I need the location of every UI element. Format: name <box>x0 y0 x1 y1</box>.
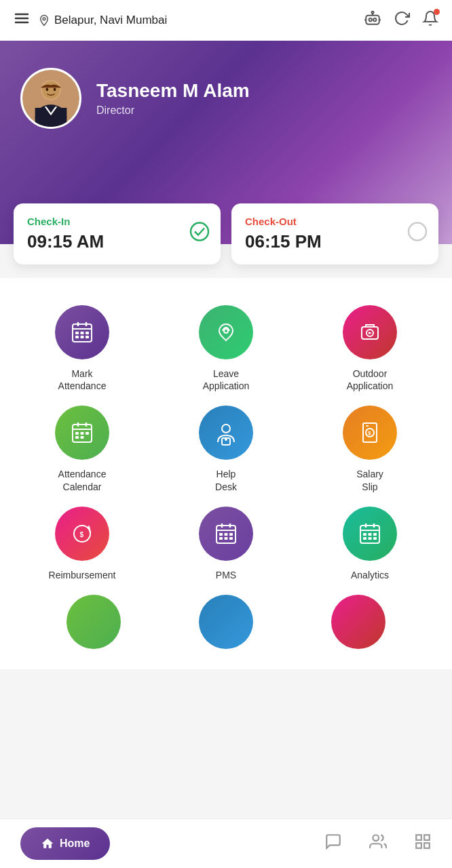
svg-point-14 <box>46 88 49 92</box>
attendance-cards: Check-In 09:15 AM Check-Out 06:15 PM <box>0 203 452 264</box>
svg-point-15 <box>54 88 56 92</box>
home-label: Home <box>60 837 90 850</box>
svg-rect-26 <box>81 336 84 338</box>
partial-circle-1 <box>67 595 121 649</box>
location-display: Belapur, Navi Mumbai <box>38 14 356 27</box>
svg-point-3 <box>43 18 45 20</box>
grid-item-leave-application[interactable]: LeaveApplication <box>157 305 295 392</box>
checkout-icon <box>407 222 428 247</box>
checkin-card[interactable]: Check-In 09:15 AM <box>14 203 221 264</box>
menu-icon[interactable] <box>14 10 30 31</box>
svg-rect-37 <box>81 432 84 435</box>
avatar <box>20 68 81 129</box>
pms-icon <box>212 520 240 547</box>
user-profile: Tasneem M Alam Director <box>20 68 432 129</box>
grid-item-salary-slip[interactable]: $ SalarySlip <box>301 406 438 492</box>
svg-rect-70 <box>373 537 377 540</box>
checkin-label: Check-In <box>27 216 207 227</box>
home-button[interactable]: Home <box>20 827 110 860</box>
svg-point-17 <box>409 223 426 241</box>
analytics-icon <box>356 520 383 547</box>
grid-item-help-desk[interactable]: ? HelpDesk <box>157 406 295 492</box>
help-desk-icon: ? <box>212 419 240 446</box>
location-pin-icon <box>38 14 50 26</box>
main-grid-section: MarkAttendance LeaveApplication <box>0 278 452 669</box>
chat-nav-icon[interactable] <box>324 833 342 854</box>
attendance-calendar-icon <box>69 419 96 446</box>
svg-rect-56 <box>225 533 228 536</box>
bottom-navigation: Home <box>0 818 452 868</box>
svg-rect-39 <box>75 436 79 439</box>
salary-slip-label: SalarySlip <box>356 468 383 492</box>
user-name: Tasneem M Alam <box>96 80 250 102</box>
partial-circle-3 <box>331 595 385 649</box>
analytics-icon-circle <box>343 507 397 561</box>
svg-rect-65 <box>363 533 366 536</box>
svg-rect-66 <box>369 533 372 536</box>
help-desk-label: HelpDesk <box>215 468 237 492</box>
svg-rect-60 <box>229 537 233 540</box>
svg-text:$: $ <box>368 430 371 436</box>
svg-rect-11 <box>35 108 67 127</box>
header: Belapur, Navi Mumbai <box>0 0 452 41</box>
leave-icon <box>212 319 240 346</box>
pms-icon-circle <box>199 507 253 561</box>
user-title: Director <box>96 104 250 117</box>
grid-item-outdoor-application[interactable]: OutdoorApplication <box>301 305 438 392</box>
grid-item-attendance-calendar[interactable]: AttendanceCalendar <box>14 406 151 492</box>
svg-rect-55 <box>219 533 223 536</box>
svg-rect-59 <box>225 537 228 540</box>
svg-rect-68 <box>363 537 366 540</box>
help-desk-icon-circle: ? <box>199 406 253 460</box>
checkin-time: 09:15 AM <box>27 231 207 252</box>
svg-rect-72 <box>416 835 421 840</box>
svg-point-41 <box>222 425 230 433</box>
grid-item-reimbursement[interactable]: $ Reimbursement <box>14 507 151 581</box>
svg-rect-24 <box>86 332 89 334</box>
checkout-time: 06:15 PM <box>245 231 425 252</box>
notification-badge <box>434 9 440 15</box>
team-nav-icon[interactable] <box>369 833 387 854</box>
svg-rect-58 <box>219 537 223 540</box>
pms-label: PMS <box>216 569 236 581</box>
salary-slip-icon: $ <box>356 419 383 446</box>
salary-slip-icon-circle: $ <box>343 406 397 460</box>
reimbursement-icon: $ <box>69 520 96 547</box>
svg-rect-36 <box>75 432 79 435</box>
avatar-image <box>22 68 79 129</box>
checkout-label: Check-Out <box>245 216 425 227</box>
user-info: Tasneem M Alam Director <box>96 80 250 117</box>
grid-item-pms[interactable]: PMS <box>157 507 295 581</box>
svg-point-6 <box>373 18 376 21</box>
mark-attendance-icon-circle <box>55 305 109 359</box>
nav-icon-group <box>324 833 432 854</box>
robot-icon[interactable] <box>364 9 381 31</box>
feature-grid: MarkAttendance LeaveApplication <box>14 298 438 588</box>
grid-nav-icon[interactable] <box>414 833 432 854</box>
checkout-card[interactable]: Check-Out 06:15 PM <box>231 203 438 264</box>
attendance-calendar-icon-circle <box>55 406 109 460</box>
home-icon <box>41 837 54 850</box>
grid-item-analytics[interactable]: Analytics <box>301 507 438 581</box>
svg-rect-40 <box>81 436 84 439</box>
svg-rect-4 <box>366 16 379 24</box>
svg-point-71 <box>373 835 379 841</box>
analytics-label: Analytics <box>351 569 389 581</box>
outdoor-application-icon-circle <box>343 305 397 359</box>
outdoor-application-label: OutdoorApplication <box>347 368 394 392</box>
svg-rect-75 <box>424 843 430 848</box>
mark-attendance-label: MarkAttendance <box>58 368 107 392</box>
grid-item-mark-attendance[interactable]: MarkAttendance <box>14 305 151 392</box>
svg-rect-73 <box>424 835 430 840</box>
svg-rect-57 <box>229 533 233 536</box>
partial-circle-2 <box>199 595 253 649</box>
notification-icon[interactable] <box>422 10 438 31</box>
leave-application-label: LeaveApplication <box>203 368 250 392</box>
header-icon-group <box>364 9 438 31</box>
svg-rect-69 <box>369 537 372 540</box>
refresh-icon[interactable] <box>394 10 410 31</box>
partial-row <box>14 588 438 663</box>
svg-rect-27 <box>86 336 89 338</box>
svg-point-5 <box>369 18 372 21</box>
svg-rect-74 <box>416 843 421 848</box>
